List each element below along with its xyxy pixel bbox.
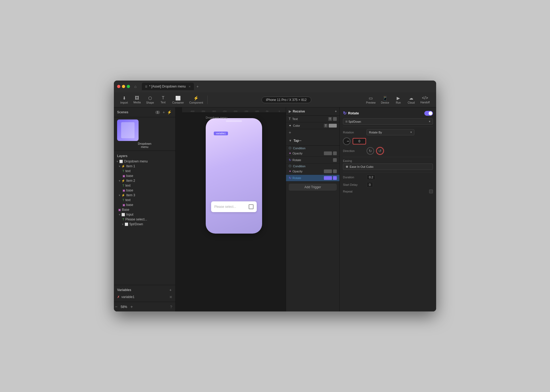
color-trigger-check: T (324, 124, 328, 128)
repeat-checkbox[interactable] (429, 190, 433, 193)
layer-dropdown-menu[interactable]: ▼ ⬜ Dropdown menu (114, 159, 175, 164)
layer-item3[interactable]: ▼ ⚡ Item 3 (114, 193, 175, 198)
left-panel: Scenes 1 + ⚡ Dropdownmenu Layers ▼ ⬜ (114, 107, 176, 311)
trigger-rotate2-active[interactable]: ↻ Rotate (286, 175, 339, 182)
preset-dropdown[interactable]: ⊞ 5pt/Down ▾ (343, 118, 433, 125)
zoom-out-button[interactable]: − (114, 304, 118, 309)
receive-header: ▶ Receive + (286, 107, 339, 116)
layer-Base[interactable]: ▣ Base (114, 207, 175, 212)
scenes-label: Scenes (117, 110, 155, 114)
rotation-value[interactable]: 0 (353, 138, 366, 144)
receive-add-row[interactable]: + (286, 129, 339, 136)
component-button[interactable]: ⚡ Component (187, 95, 205, 105)
start-delay-value[interactable]: 0 (367, 182, 373, 187)
phone-frame[interactable]: variable1 Please select... (206, 118, 262, 234)
trigger-color[interactable]: ✦ Color T (286, 122, 339, 129)
tap-minus-button[interactable]: − (299, 138, 301, 143)
receive-add-button[interactable]: + (335, 110, 337, 113)
lightning-button[interactable]: ⚡ (167, 110, 172, 115)
device-name: iPhone 11 Pro / X 375 × 812 (266, 98, 307, 102)
text-label: Text (161, 101, 165, 104)
trigger-rotate1[interactable]: ↻ Rotate (286, 157, 339, 164)
import-label: Import (120, 101, 128, 104)
media-icon: 🖼 (135, 96, 139, 100)
cloud-button[interactable]: ☁ Cloud (405, 95, 417, 105)
trigger-opacity2[interactable]: ✦ Opacity (286, 168, 339, 175)
device-selector[interactable]: iPhone 11 Pro / X 375 × 812 (262, 97, 311, 103)
start-delay-label: Start Delay (343, 183, 364, 186)
tabs: ☰ * [Asset] Dropdown menu ✕ + (142, 83, 433, 90)
text-trigger-check: T (328, 117, 332, 121)
easing-button[interactable]: Ease In Out Cubic (343, 164, 433, 170)
shape-button[interactable]: ⬡ Shape (144, 95, 156, 105)
preview-button[interactable]: ▭ Preview (364, 95, 378, 105)
media-button[interactable]: 🖼 Media (131, 95, 143, 105)
variable-shortcut: ⌘ (169, 296, 172, 299)
rotation-type-dropdown[interactable]: Rotate By ▾ (367, 129, 414, 135)
variable-icon: ✗ (117, 295, 120, 299)
preset-grid-icon: ⊞ (345, 120, 348, 123)
direction-label: Direction (343, 149, 364, 153)
tab-close-button[interactable]: ✕ (189, 85, 191, 88)
device-icon: 📱 (382, 96, 388, 101)
direction-ccw-button[interactable]: ↺ (376, 147, 384, 155)
duration-value[interactable]: 0.2 (367, 175, 375, 180)
text-button[interactable]: T Text (157, 95, 169, 105)
device-button[interactable]: 📱 Device (379, 95, 392, 105)
rotate-icon1: ↻ (289, 158, 291, 162)
active-tab[interactable]: ☰ * [Asset] Dropdown menu ✕ (142, 83, 194, 90)
layer-item2-text[interactable]: T text (114, 183, 175, 188)
phone-notch (226, 120, 242, 122)
add-variable-button[interactable]: + (169, 287, 172, 293)
maximize-button[interactable] (127, 85, 130, 88)
layer-item1-text[interactable]: T text (114, 169, 175, 173)
start-delay-row: Start Delay 0 (343, 182, 433, 187)
rotate-prop-icon: ↻ (343, 111, 346, 116)
import-button[interactable]: ⬇ Import (118, 95, 130, 105)
layer-item3-text[interactable]: T text (114, 198, 175, 202)
zoom-in-button[interactable]: + (129, 304, 134, 309)
input-placeholder: Please select... (214, 205, 249, 209)
scenes-count: 1 (155, 111, 160, 114)
rotation-row: Rotation Rotate By ▾ (343, 129, 433, 135)
handoff-button[interactable]: </> Handoff (418, 95, 432, 105)
preset-row: ⊞ 5pt/Down ▾ (343, 118, 433, 125)
layer-item1[interactable]: ▼ ⚡ Item 1 (114, 164, 175, 169)
layer-5pt-down[interactable]: ▼ ⬜ 5pt/Down (114, 222, 175, 227)
container-label: Container (172, 101, 184, 104)
layer-item2-base[interactable]: ▣ base (114, 188, 175, 193)
prop-toggle[interactable] (424, 111, 433, 116)
text-trigger-box (333, 117, 337, 121)
direction-cw-button[interactable]: ↻ (367, 147, 374, 155)
opacity-fill2 (324, 169, 332, 173)
layer-Input[interactable]: ▼ ⬜ Input (114, 212, 175, 217)
add-scene-button[interactable]: + (162, 110, 165, 115)
add-trigger-button[interactable]: Add Trigger (289, 184, 337, 191)
tab-icon: ☰ (145, 85, 147, 88)
close-button[interactable] (117, 85, 120, 88)
rotate-circle[interactable] (343, 137, 350, 145)
new-tab-button[interactable]: + (194, 83, 201, 90)
minimize-button[interactable] (122, 85, 125, 88)
variable-item[interactable]: ✗ variable1 ⌘ (117, 294, 172, 300)
layer-item2[interactable]: ▼ ⚡ Item 2 (114, 178, 175, 183)
container-button[interactable]: ⬜ Container (170, 95, 186, 105)
home-icon[interactable]: ⌂ (134, 84, 136, 89)
layer-please-select[interactable]: T Please select... (114, 217, 175, 222)
handoff-label: Handoff (420, 101, 430, 104)
help-button[interactable]: ? (170, 305, 172, 309)
props-panel-content: ↻ Rotate ⊞ 5pt/Down ▾ (340, 107, 436, 311)
phone-input-bar[interactable]: Please select... (211, 201, 257, 212)
canvas-content[interactable]: variable1 Please select... Dropdown menu (182, 113, 286, 302)
layer-item3-base[interactable]: ▣ base (114, 202, 175, 207)
scene-thumbnail[interactable]: Dropdownmenu (114, 117, 175, 151)
run-icon: ▶ (397, 96, 400, 101)
opacity-check1 (333, 151, 337, 155)
trigger-text[interactable]: T Text T (286, 116, 339, 122)
canvas-area[interactable]: -400 -350 -300 -250 -200 -150 -100 -50 0… (176, 107, 286, 311)
layer-item1-base[interactable]: ▣ base (114, 173, 175, 178)
divider3 (343, 172, 433, 172)
trigger-opacity1[interactable]: ✦ Opacity (286, 150, 339, 157)
variables-header: Variables + (117, 287, 172, 293)
run-button[interactable]: ▶ Run (392, 95, 404, 105)
